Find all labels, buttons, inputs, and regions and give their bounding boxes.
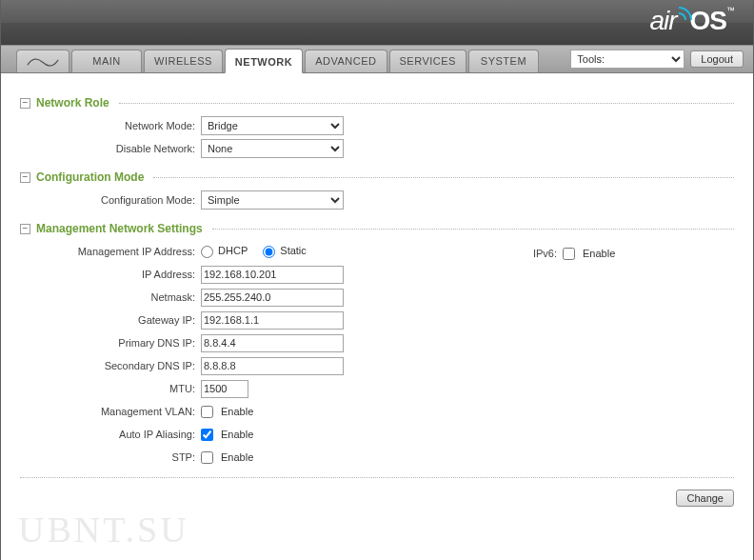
ip-address-label: IP Address:: [20, 269, 201, 280]
auto-ip-label: Auto IP Aliasing:: [20, 429, 201, 440]
disable-network-label: Disable Network:: [20, 143, 201, 154]
gateway-label: Gateway IP:: [20, 314, 201, 326]
section-title-text: Configuration Mode: [36, 170, 144, 184]
collapse-icon[interactable]: −: [20, 224, 30, 234]
gateway-input[interactable]: [201, 311, 344, 330]
dns1-label: Primary DNS IP:: [20, 337, 201, 349]
disable-network-select[interactable]: None: [201, 139, 344, 158]
divider: [153, 177, 734, 178]
section-config-mode: − Configuration Mode: [20, 170, 734, 184]
stp-label: STP:: [20, 451, 201, 463]
dns1-input[interactable]: [201, 334, 344, 352]
dhcp-radio-label[interactable]: DHCP: [201, 245, 248, 258]
auto-ip-checkbox[interactable]: [201, 429, 213, 441]
collapse-icon[interactable]: −: [20, 98, 30, 109]
static-text: Static: [280, 245, 307, 256]
config-mode-select[interactable]: Simple: [201, 190, 344, 210]
tab-network[interactable]: NETWORK: [225, 49, 303, 73]
tab-wireless[interactable]: WIRELESS: [144, 50, 223, 72]
tab-bar: MAIN WIRELESS NETWORK ADVANCED SERVICES …: [1, 45, 753, 73]
auto-ip-enable-text: Enable: [221, 429, 253, 440]
network-mode-select[interactable]: Bridge: [201, 116, 344, 135]
section-title-text: Network Role: [36, 96, 109, 110]
network-mode-label: Network Mode:: [20, 120, 201, 131]
tab-system[interactable]: SYSTEM: [468, 50, 539, 72]
ipv6-label: IPv6:: [506, 248, 563, 259]
toolbar-right: Tools: Logout: [570, 50, 744, 69]
watermark: UBNT.SU: [18, 509, 189, 550]
mtu-input[interactable]: [201, 380, 248, 398]
static-radio-label[interactable]: Static: [263, 245, 307, 258]
tab-services[interactable]: SERVICES: [389, 50, 466, 72]
header-bar: airOS™: [1, 0, 753, 45]
dhcp-radio[interactable]: [201, 246, 213, 258]
section-mgmt-settings: − Management Network Settings: [20, 222, 734, 235]
static-radio[interactable]: [263, 246, 275, 258]
logout-button[interactable]: Logout: [690, 50, 744, 68]
logo-tm: ™: [726, 6, 734, 15]
ip-address-input[interactable]: [201, 266, 344, 284]
dhcp-text: DHCP: [218, 245, 248, 256]
footer-bar: Change: [20, 477, 734, 507]
collapse-icon[interactable]: −: [20, 172, 30, 183]
stp-enable-text: Enable: [221, 451, 253, 463]
stp-checkbox[interactable]: [201, 451, 213, 464]
ipv6-checkbox[interactable]: [563, 248, 575, 260]
mgmt-vlan-label: Management VLAN:: [20, 406, 201, 417]
tab-advanced[interactable]: ADVANCED: [305, 50, 387, 72]
ubiquiti-icon: [27, 56, 59, 68]
netmask-input[interactable]: [201, 289, 344, 307]
config-mode-label: Configuration Mode:: [20, 194, 201, 206]
airos-logo: airOS™: [649, 6, 734, 36]
wifi-icon: [679, 7, 692, 20]
change-button[interactable]: Change: [676, 490, 734, 507]
content-area: − Network Role Network Mode: Bridge Disa…: [1, 73, 753, 507]
divider: [119, 103, 734, 104]
divider: [212, 229, 734, 230]
ipv6-enable-text: Enable: [583, 248, 615, 259]
tools-select[interactable]: Tools:: [570, 50, 685, 69]
section-network-role: − Network Role: [20, 96, 734, 110]
section-title-text: Management Network Settings: [36, 222, 203, 235]
mgmt-vlan-enable-text: Enable: [221, 406, 253, 417]
mgmt-vlan-checkbox[interactable]: [201, 406, 213, 418]
tab-main[interactable]: MAIN: [71, 50, 142, 72]
dns2-label: Secondary DNS IP:: [20, 360, 201, 371]
logo-prefix: air: [649, 6, 676, 35]
mtu-label: MTU:: [20, 383, 201, 394]
logo-suffix: OS: [690, 6, 726, 35]
netmask-label: Netmask:: [20, 291, 201, 303]
tab-home[interactable]: [16, 50, 69, 72]
mgmt-ip-mode-label: Management IP Address:: [20, 246, 201, 257]
dns2-input[interactable]: [201, 357, 344, 375]
